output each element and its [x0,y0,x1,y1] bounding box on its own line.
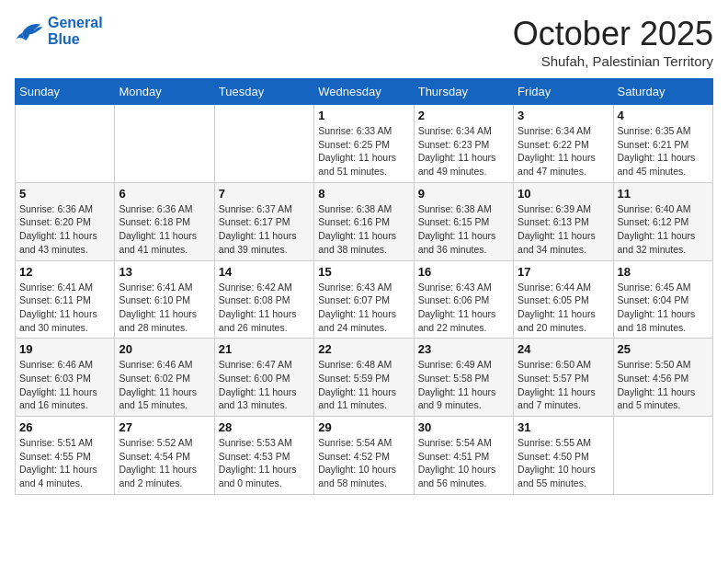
day-info: Sunrise: 6:43 AM Sunset: 6:06 PM Dayligh… [418,281,509,335]
day-number: 8 [318,187,409,201]
calendar-cell: 20Sunrise: 6:46 AM Sunset: 6:02 PM Dayli… [115,339,214,417]
day-number: 23 [418,342,509,356]
calendar-cell: 25Sunrise: 5:50 AM Sunset: 4:56 PM Dayli… [613,339,712,417]
weekday-header-sunday: Sunday [16,79,115,105]
calendar-week-row: 5Sunrise: 6:36 AM Sunset: 6:20 PM Daylig… [16,182,713,260]
day-info: Sunrise: 6:34 AM Sunset: 6:22 PM Dayligh… [518,124,609,178]
day-number: 19 [19,342,110,356]
day-number: 1 [318,109,409,122]
day-number: 2 [418,109,509,122]
calendar-cell: 7Sunrise: 6:37 AM Sunset: 6:17 PM Daylig… [214,182,313,260]
calendar-cell: 19Sunrise: 6:46 AM Sunset: 6:03 PM Dayli… [16,339,115,417]
calendar-cell [214,105,313,183]
calendar-cell: 28Sunrise: 5:53 AM Sunset: 4:53 PM Dayli… [214,417,313,495]
calendar-table: SundayMondayTuesdayWednesdayThursdayFrid… [15,78,713,495]
day-number: 22 [318,342,409,356]
logo-icon [15,18,44,44]
day-number: 20 [119,342,210,356]
day-number: 10 [518,187,609,201]
calendar-cell: 23Sunrise: 6:49 AM Sunset: 5:58 PM Dayli… [414,339,513,417]
calendar-cell: 17Sunrise: 6:44 AM Sunset: 6:05 PM Dayli… [514,260,613,339]
day-number: 16 [418,265,509,279]
calendar-week-row: 12Sunrise: 6:41 AM Sunset: 6:11 PM Dayli… [16,260,713,339]
weekday-header-wednesday: Wednesday [314,79,414,105]
calendar-cell [613,417,712,495]
calendar-cell: 1Sunrise: 6:33 AM Sunset: 6:25 PM Daylig… [314,105,414,183]
day-info: Sunrise: 6:38 AM Sunset: 6:15 PM Dayligh… [418,202,509,257]
calendar-cell: 27Sunrise: 5:52 AM Sunset: 4:54 PM Dayli… [115,417,214,495]
weekday-header-monday: Monday [115,79,214,105]
day-info: Sunrise: 6:46 AM Sunset: 6:02 PM Dayligh… [119,358,210,412]
day-info: Sunrise: 6:46 AM Sunset: 6:03 PM Dayligh… [19,358,110,412]
day-number: 31 [518,420,609,434]
day-number: 15 [318,265,409,279]
day-info: Sunrise: 6:49 AM Sunset: 5:58 PM Dayligh… [418,358,509,412]
day-number: 5 [19,187,110,201]
day-info: Sunrise: 6:48 AM Sunset: 5:59 PM Dayligh… [318,358,409,412]
calendar-cell: 6Sunrise: 6:36 AM Sunset: 6:18 PM Daylig… [115,182,214,260]
day-info: Sunrise: 6:43 AM Sunset: 6:07 PM Dayligh… [318,281,409,335]
calendar-cell: 5Sunrise: 6:36 AM Sunset: 6:20 PM Daylig… [16,182,115,260]
day-number: 25 [618,342,709,356]
calendar-cell: 14Sunrise: 6:42 AM Sunset: 6:08 PM Dayli… [214,260,313,339]
calendar-cell: 22Sunrise: 6:48 AM Sunset: 5:59 PM Dayli… [314,339,414,417]
calendar-cell: 10Sunrise: 6:39 AM Sunset: 6:13 PM Dayli… [514,182,613,260]
calendar-cell: 11Sunrise: 6:40 AM Sunset: 6:12 PM Dayli… [613,182,712,260]
day-number: 14 [219,265,310,279]
day-info: Sunrise: 6:44 AM Sunset: 6:05 PM Dayligh… [518,281,609,335]
calendar-cell [115,105,214,183]
weekday-header-row: SundayMondayTuesdayWednesdayThursdayFrid… [16,79,713,105]
day-number: 30 [418,420,509,434]
calendar-cell: 15Sunrise: 6:43 AM Sunset: 6:07 PM Dayli… [314,260,414,339]
weekday-header-friday: Friday [514,79,613,105]
day-number: 11 [618,187,709,201]
calendar-cell: 18Sunrise: 6:45 AM Sunset: 6:04 PM Dayli… [613,260,712,339]
day-info: Sunrise: 6:42 AM Sunset: 6:08 PM Dayligh… [219,281,310,335]
calendar-cell: 4Sunrise: 6:35 AM Sunset: 6:21 PM Daylig… [613,105,712,183]
day-number: 27 [119,420,210,434]
day-number: 17 [518,265,609,279]
calendar-cell: 29Sunrise: 5:54 AM Sunset: 4:52 PM Dayli… [314,417,414,495]
calendar-cell [16,105,115,183]
day-number: 18 [618,265,709,279]
day-number: 21 [219,342,310,356]
day-number: 12 [19,265,110,279]
logo: General Blue [15,15,103,48]
day-number: 29 [318,420,409,434]
calendar-cell: 24Sunrise: 6:50 AM Sunset: 5:57 PM Dayli… [514,339,613,417]
day-info: Sunrise: 5:50 AM Sunset: 4:56 PM Dayligh… [618,358,709,412]
calendar-week-row: 1Sunrise: 6:33 AM Sunset: 6:25 PM Daylig… [16,105,713,183]
day-info: Sunrise: 6:47 AM Sunset: 6:00 PM Dayligh… [219,358,310,412]
calendar-week-row: 26Sunrise: 5:51 AM Sunset: 4:55 PM Dayli… [16,417,713,495]
weekday-header-saturday: Saturday [613,79,712,105]
calendar-cell: 31Sunrise: 5:55 AM Sunset: 4:50 PM Dayli… [514,417,613,495]
day-number: 9 [418,187,509,201]
calendar-cell: 9Sunrise: 6:38 AM Sunset: 6:15 PM Daylig… [414,182,513,260]
day-info: Sunrise: 5:52 AM Sunset: 4:54 PM Dayligh… [119,436,210,490]
weekday-header-thursday: Thursday [414,79,513,105]
day-info: Sunrise: 6:36 AM Sunset: 6:18 PM Dayligh… [119,202,210,257]
calendar-cell: 16Sunrise: 6:43 AM Sunset: 6:06 PM Dayli… [414,260,513,339]
day-info: Sunrise: 6:50 AM Sunset: 5:57 PM Dayligh… [518,358,609,412]
day-number: 3 [518,109,609,122]
day-info: Sunrise: 6:41 AM Sunset: 6:11 PM Dayligh… [19,281,110,335]
day-number: 24 [518,342,609,356]
title-area: October 2025 Shufah, Palestinian Territo… [513,15,713,69]
day-info: Sunrise: 6:41 AM Sunset: 6:10 PM Dayligh… [119,281,210,335]
logo-text: General Blue [48,15,103,48]
day-number: 28 [219,420,310,434]
calendar-cell: 3Sunrise: 6:34 AM Sunset: 6:22 PM Daylig… [514,105,613,183]
calendar-cell: 30Sunrise: 5:54 AM Sunset: 4:51 PM Dayli… [414,417,513,495]
day-info: Sunrise: 6:33 AM Sunset: 6:25 PM Dayligh… [318,124,409,178]
day-info: Sunrise: 5:51 AM Sunset: 4:55 PM Dayligh… [19,436,110,490]
calendar-cell: 12Sunrise: 6:41 AM Sunset: 6:11 PM Dayli… [16,260,115,339]
day-number: 13 [119,265,210,279]
day-number: 6 [119,187,210,201]
calendar-week-row: 19Sunrise: 6:46 AM Sunset: 6:03 PM Dayli… [16,339,713,417]
calendar-cell: 2Sunrise: 6:34 AM Sunset: 6:23 PM Daylig… [414,105,513,183]
day-info: Sunrise: 5:54 AM Sunset: 4:52 PM Dayligh… [318,436,409,490]
day-info: Sunrise: 6:35 AM Sunset: 6:21 PM Dayligh… [618,124,709,178]
day-info: Sunrise: 6:45 AM Sunset: 6:04 PM Dayligh… [618,281,709,335]
weekday-header-tuesday: Tuesday [214,79,313,105]
day-number: 26 [19,420,110,434]
